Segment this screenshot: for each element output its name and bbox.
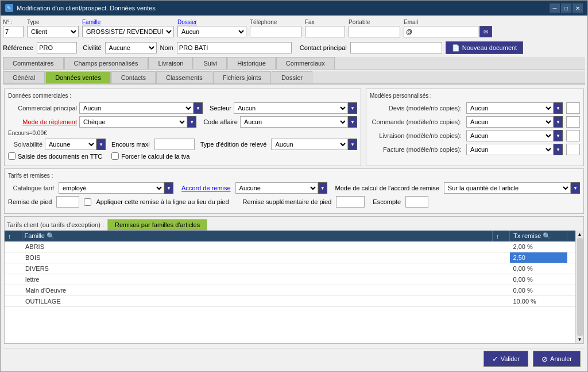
tab-commentaires[interactable]: Commentaires	[3, 57, 64, 69]
nouveau-doc-button[interactable]: 📄 Nouveau document	[446, 41, 523, 54]
secteur-combo-btn[interactable]: ▼	[348, 102, 357, 114]
row-tx-remise: 10.00 %	[510, 296, 567, 307]
devis-select[interactable]: Aucun	[466, 102, 554, 114]
solvabilite-combo-btn[interactable]: ▼	[96, 139, 106, 150]
livraison-combo-btn[interactable]: ▼	[554, 130, 563, 141]
commande-combo-btn[interactable]: ▼	[554, 116, 563, 128]
code-affaire-combo-btn[interactable]: ▼	[348, 116, 357, 128]
type-edition-combo-btn[interactable]: ▼	[348, 139, 357, 150]
civilite-select[interactable]: Aucune	[105, 42, 157, 53]
close-button[interactable]: ✕	[572, 3, 583, 13]
commande-copies-input[interactable]	[566, 116, 580, 128]
appliquer-checkbox[interactable]	[84, 198, 91, 206]
scroll-down-icon[interactable]: ▼	[578, 337, 582, 342]
numero-group: N° :	[3, 19, 24, 37]
col-famille[interactable]: Famille 🔍	[22, 231, 493, 241]
mode-calcul-combo-btn[interactable]: ▼	[571, 182, 580, 194]
maximize-button[interactable]: □	[561, 3, 571, 13]
commande-select[interactable]: Aucun	[466, 116, 554, 128]
contact-input[interactable]	[350, 42, 442, 53]
email-label: Email	[404, 19, 492, 25]
tab-suivi[interactable]: Suivi	[194, 57, 227, 69]
portable-input[interactable]	[349, 26, 400, 37]
tab-champs[interactable]: Champs personnalisés	[64, 57, 148, 69]
tab-contacts[interactable]: Contacts	[111, 71, 156, 83]
valider-button[interactable]: ✓ Valider	[483, 351, 528, 367]
remise-supp-label: Remise supplémentaire de pied	[243, 198, 332, 205]
email-input[interactable]	[404, 26, 478, 37]
mode-reglement-label[interactable]: Mode de règlement	[8, 118, 77, 125]
table-row[interactable]: ABRIS2,00 %	[5, 241, 575, 252]
catalogue-combo-btn[interactable]: ▼	[164, 182, 173, 194]
tab-commerciaux[interactable]: Commerciaux	[276, 57, 335, 69]
famille-label[interactable]: Famille	[82, 19, 174, 25]
accord-combo-btn[interactable]: ▼	[318, 182, 327, 194]
forcer-tva-checkbox[interactable]	[111, 152, 119, 160]
data-table: ↑ Famille 🔍 ↑ Tx remise 🔍	[5, 231, 575, 343]
saisie-ttc-checkbox[interactable]	[8, 152, 16, 160]
table-row[interactable]: lettre0,00 %	[5, 274, 575, 285]
type-edition-select[interactable]: Aucun	[271, 139, 348, 150]
escompte-input[interactable]	[405, 196, 428, 208]
devis-combo-btn[interactable]: ▼	[554, 102, 563, 114]
devis-copies-input[interactable]	[566, 102, 580, 114]
mode-reglement-combo-btn[interactable]: ▼	[187, 116, 196, 128]
mode-calcul-select[interactable]: Sur la quantité de l'article	[444, 182, 571, 194]
tab-historique[interactable]: Historique	[227, 57, 276, 69]
tab-classements[interactable]: Classements	[156, 71, 212, 83]
reference-input[interactable]	[37, 42, 77, 53]
livraison-select[interactable]: Aucun	[466, 130, 554, 141]
row-tx-remise: 0,00 %	[510, 263, 567, 274]
facture-copies-input[interactable]	[566, 144, 580, 155]
scroll-thumb[interactable]	[577, 238, 583, 336]
fax-input[interactable]	[305, 26, 345, 37]
dossier-label[interactable]: Dossier	[177, 19, 246, 25]
commercial-combo-btn[interactable]: ▼	[194, 102, 203, 114]
tab-dossier[interactable]: Dossier	[272, 71, 312, 83]
accord-label[interactable]: Accord de remise	[181, 185, 231, 191]
famille-select[interactable]: GROSSISTE/ REVENDEUR	[82, 26, 174, 37]
accord-select[interactable]: Aucune	[235, 182, 318, 194]
commercial-label: Commercial principal	[8, 105, 77, 112]
remise-supp-input[interactable]	[336, 196, 365, 208]
secteur-select[interactable]: Aucun	[234, 102, 348, 114]
table-row[interactable]: Main d'Oeuvre0,00 %	[5, 285, 575, 296]
livraison-row: Livraison (modèle/nb copies): Aucun ▼	[370, 130, 580, 141]
annuler-button[interactable]: ⊘ Annuler	[533, 351, 581, 367]
type-label: Type	[27, 19, 79, 25]
scrollbar[interactable]: ▲ ▼	[575, 231, 583, 343]
mode-reglement-select[interactable]: Chèque	[79, 116, 187, 128]
numero-input[interactable]	[3, 26, 24, 37]
col-sort-up: ↑	[5, 231, 22, 241]
code-affaire-select[interactable]: Aucun	[240, 116, 348, 128]
facture-combo-btn[interactable]: ▼	[554, 144, 563, 155]
tab-livraison[interactable]: Livraison	[148, 57, 193, 69]
email-button[interactable]: ✉	[479, 26, 492, 37]
secteur-label: Secteur	[210, 105, 231, 112]
commercial-row: Commercial principal Aucun ▼ Secteur Auc…	[8, 102, 357, 114]
solvabilite-select[interactable]: Aucune	[45, 139, 96, 150]
telephone-input[interactable]	[250, 26, 301, 37]
tab-fichiers[interactable]: Fichiers joints	[213, 71, 271, 83]
col-tx-remise[interactable]: Tx remise 🔍	[510, 231, 567, 241]
encours-maxi-input[interactable]	[154, 139, 195, 150]
table-tab-remises[interactable]: Remises par familles d'articles	[107, 219, 207, 231]
remise-pied-label: Remise de pied	[8, 198, 52, 205]
tab-donnees-ventes[interactable]: Données ventes	[45, 71, 111, 83]
minimize-button[interactable]: ─	[550, 3, 560, 13]
remise-pied-input[interactable]	[56, 196, 79, 208]
table-container: ↑ Famille 🔍 ↑ Tx remise 🔍	[5, 231, 583, 343]
type-select[interactable]: Client	[27, 26, 79, 37]
dossier-select[interactable]: Aucun	[177, 26, 246, 37]
nom-input[interactable]	[177, 42, 292, 53]
tab-general[interactable]: Général	[3, 71, 45, 83]
scroll-up-icon[interactable]: ▲	[578, 232, 582, 237]
catalogue-select[interactable]: employé	[59, 182, 164, 194]
table-row[interactable]: OUTILLAGE10.00 %	[5, 296, 575, 307]
commercial-select[interactable]: Aucun	[79, 102, 194, 114]
table-row[interactable]: BOIS2,50	[5, 252, 575, 263]
livraison-copies-input[interactable]	[566, 130, 580, 141]
table-row[interactable]: DIVERS0,00 %	[5, 263, 575, 274]
remise-row: Remise de pied Appliquer cette remise à …	[8, 196, 580, 208]
facture-select[interactable]: Aucun	[466, 144, 554, 155]
